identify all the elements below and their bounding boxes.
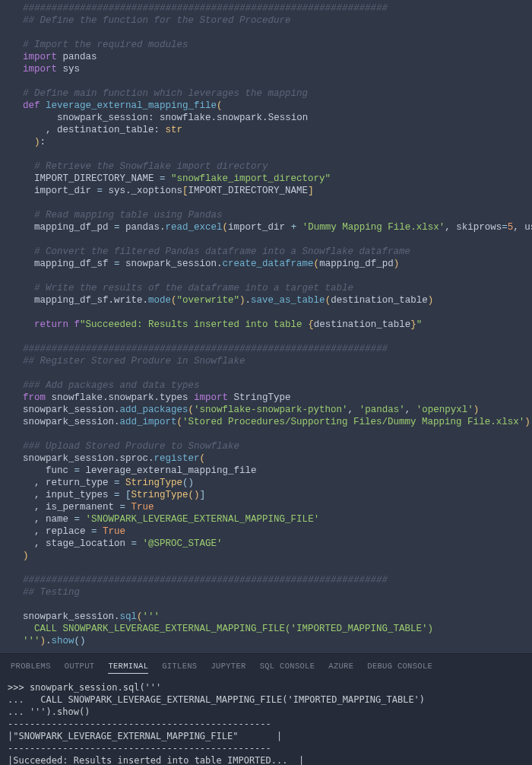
panel-tab-azure[interactable]: AZURE [328, 662, 353, 674]
code-line[interactable]: , is_permanent = True [5, 501, 532, 513]
line-gutter [5, 513, 23, 525]
panel-tab-sql-console[interactable]: SQL CONSOLE [260, 662, 315, 674]
panel-tab-terminal[interactable]: TERMINAL [108, 662, 148, 674]
line-gutter [5, 623, 23, 635]
code-line[interactable]: ########################################… [5, 2, 532, 14]
line-gutter [5, 160, 23, 173]
line-gutter [5, 343, 23, 355]
code-line[interactable]: snowpark_session.sql(''' [5, 611, 532, 623]
code-line[interactable] [5, 598, 532, 611]
terminal-line: ----------------------------------------… [8, 742, 524, 754]
code-line[interactable]: def leverage_external_mapping_file( [5, 100, 532, 112]
code-line[interactable]: # Retrieve the Snowflake import director… [5, 160, 532, 173]
panel-tab-problems[interactable]: PROBLEMS [11, 662, 51, 674]
code-line[interactable] [5, 331, 532, 343]
code-line[interactable] [5, 148, 532, 160]
code-content: def leverage_external_mapping_file( [23, 100, 532, 112]
line-gutter [5, 392, 23, 404]
code-line[interactable]: snowpark_session.sproc.register( [5, 452, 532, 465]
code-content: , is_permanent = True [23, 501, 532, 513]
code-line[interactable] [5, 428, 532, 440]
code-line[interactable]: import sys [5, 63, 532, 75]
code-line[interactable]: mapping_df_pd = pandas.read_excel(import… [5, 221, 532, 233]
code-line[interactable]: IMPORT_DIRECTORY_NAME = "snowflake_impor… [5, 173, 532, 185]
terminal-output[interactable]: >>> snowpark_session.sql('''... CALL SNO… [0, 678, 532, 765]
code-content: return f"Succeeded: Results inserted int… [23, 319, 532, 331]
panel-tab-debug-console[interactable]: DEBUG CONSOLE [367, 662, 432, 674]
code-content: snowpark_session: snowflake.snowpark.Ses… [23, 112, 532, 124]
code-line[interactable]: # Convert the filtered Pandas dataframe … [5, 246, 532, 258]
line-gutter [5, 562, 23, 574]
line-gutter [5, 538, 23, 550]
code-line[interactable]: ## Define the function for the Stored Pr… [5, 14, 532, 27]
code-line[interactable] [5, 562, 532, 574]
code-content: snowpark_session.sql(''' [23, 611, 532, 623]
code-line[interactable]: CALL SNOWPARK_LEVERAGE_EXTERNAL_MAPPING_… [5, 623, 532, 635]
code-line[interactable]: , destination_table: str [5, 124, 532, 136]
line-gutter [5, 258, 23, 270]
code-line[interactable]: # Write the results of the dataframe int… [5, 282, 532, 294]
panel-tab-output[interactable]: OUTPUT [65, 662, 95, 674]
code-line[interactable]: ### Upload Stored Produre to Snowflake [5, 440, 532, 452]
line-gutter [5, 367, 23, 379]
code-editor[interactable]: ########################################… [0, 0, 532, 653]
code-line[interactable]: import_dir = sys._xoptions[IMPORT_DIRECT… [5, 185, 532, 197]
code-content: ########################################… [23, 574, 532, 586]
panel-tab-gitlens[interactable]: GITLENS [162, 662, 197, 674]
code-line[interactable]: , return_type = StringType() [5, 477, 532, 489]
code-content: func = leverage_external_mapping_file [23, 465, 532, 477]
code-line[interactable]: # Read mapping table using Pandas [5, 209, 532, 221]
code-content: # Define main function which leverages t… [23, 87, 532, 100]
code-line[interactable] [5, 306, 532, 319]
code-line[interactable]: import pandas [5, 51, 532, 63]
code-line[interactable] [5, 75, 532, 87]
code-line[interactable]: ): [5, 136, 532, 148]
code-line[interactable] [5, 197, 532, 209]
code-line[interactable] [5, 270, 532, 282]
code-line[interactable]: ########################################… [5, 343, 532, 355]
code-content: import sys [23, 63, 532, 75]
code-line[interactable]: ) [5, 550, 532, 562]
code-line[interactable]: snowpark_session.add_import('Stored Proc… [5, 416, 532, 428]
code-line[interactable]: from snowflake.snowpark.types import Str… [5, 392, 532, 404]
code-line[interactable]: # Define main function which leverages t… [5, 87, 532, 100]
line-gutter [5, 2, 23, 14]
code-line[interactable] [5, 27, 532, 39]
code-content [23, 428, 532, 440]
code-line[interactable]: ## Testing [5, 586, 532, 598]
code-line[interactable]: , input_types = [StringType()] [5, 489, 532, 501]
line-gutter [5, 233, 23, 246]
code-line[interactable]: , stage_location = '@SPROC_STAGE' [5, 538, 532, 550]
code-line[interactable]: return f"Succeeded: Results inserted int… [5, 319, 532, 331]
line-gutter [5, 112, 23, 124]
code-line[interactable] [5, 367, 532, 379]
line-gutter [5, 270, 23, 282]
code-line[interactable]: mapping_df_sf = snowpark_session.create_… [5, 258, 532, 270]
code-line[interactable]: # Import the required modules [5, 39, 532, 51]
code-content [23, 148, 532, 160]
panel-tab-jupyter[interactable]: JUPYTER [211, 662, 245, 674]
line-gutter [5, 574, 23, 586]
code-line[interactable]: ## Register Stored Produre in Snowflake [5, 355, 532, 367]
code-content: ### Add packages and data types [23, 379, 532, 392]
line-gutter [5, 586, 23, 598]
code-line[interactable]: snowpark_session: snowflake.snowpark.Ses… [5, 112, 532, 124]
code-line[interactable]: , replace = True [5, 525, 532, 538]
code-line[interactable]: snowpark_session.add_packages('snowflake… [5, 404, 532, 416]
code-line[interactable]: ### Add packages and data types [5, 379, 532, 392]
code-line[interactable]: ''').show() [5, 635, 532, 647]
line-gutter [5, 525, 23, 538]
code-line[interactable]: func = leverage_external_mapping_file [5, 465, 532, 477]
code-content: , name = 'SNOWPARK_LEVERAGE_EXTERNAL_MAP… [23, 513, 532, 525]
code-content: ########################################… [23, 2, 532, 14]
code-line[interactable]: ########################################… [5, 574, 532, 586]
code-content: mapping_df_sf.write.mode("overwrite").sa… [23, 294, 532, 306]
code-line[interactable] [5, 233, 532, 246]
code-line[interactable]: , name = 'SNOWPARK_LEVERAGE_EXTERNAL_MAP… [5, 513, 532, 525]
line-gutter [5, 452, 23, 465]
terminal-line: ----------------------------------------… [8, 718, 524, 730]
code-content: , stage_location = '@SPROC_STAGE' [23, 538, 532, 550]
line-gutter [5, 27, 23, 39]
line-gutter [5, 331, 23, 343]
code-line[interactable]: mapping_df_sf.write.mode("overwrite").sa… [5, 294, 532, 306]
